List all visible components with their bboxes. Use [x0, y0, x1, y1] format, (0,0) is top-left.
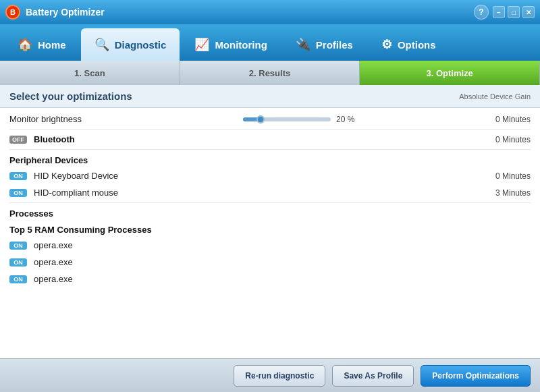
nav-tabs: 🏠 Home 🔍 Diagnostic 📈 Monitoring 🔌 Profi…: [0, 24, 540, 61]
rerun-diagnostic-button[interactable]: Re-run diagnostic: [234, 365, 325, 387]
opera1-label: opera.exe: [34, 240, 531, 250]
top5-ram-header: Top 5 RAM Consuming Processes: [0, 221, 540, 237]
list-item: ON opera.exe: [0, 237, 540, 254]
save-as-profile-button[interactable]: Save As Profile: [332, 365, 414, 387]
options-icon: ⚙: [381, 37, 392, 52]
hid-keyboard-gain: 0 Minutes: [477, 171, 531, 181]
peripheral-devices-header: Peripheral Devices: [0, 151, 540, 167]
slider-thumb: [256, 115, 265, 123]
step-results[interactable]: 2. Results: [180, 61, 360, 85]
maximize-button[interactable]: □: [508, 6, 520, 18]
top5-ram-label: Top 5 RAM Consuming Processes: [9, 225, 531, 235]
tab-home-label: Home: [38, 39, 66, 51]
tab-monitoring-label: Monitoring: [215, 39, 267, 51]
tab-diagnostic-label: Diagnostic: [115, 39, 167, 51]
tab-options-label: Options: [398, 39, 436, 51]
monitor-brightness-label: Monitor brightness: [9, 114, 236, 124]
app-title: Battery Optimizer: [26, 7, 474, 18]
divider: [9, 202, 531, 203]
list-item: Monitor brightness 20 % 0 Minutes: [0, 111, 540, 128]
step-optimize[interactable]: 3. Optimize: [360, 61, 540, 85]
bluetooth-gain: 0 Minutes: [477, 135, 531, 144]
slider-value: 20 %: [336, 115, 360, 124]
step-optimize-label: 3. Optimize: [427, 68, 473, 78]
brightness-slider[interactable]: 20 %: [243, 115, 470, 124]
opera3-label: opera.exe: [34, 274, 531, 284]
content-header: Select your optimizations Absolute Devic…: [0, 85, 540, 108]
tab-diagnostic[interactable]: 🔍 Diagnostic: [81, 28, 180, 61]
step-scan[interactable]: 1. Scan: [0, 61, 180, 85]
perform-optimizations-button[interactable]: Perform Optimizations: [421, 365, 531, 387]
tab-profiles-label: Profiles: [316, 39, 353, 51]
title-bar: B Battery Optimizer ? − □ ✕: [0, 0, 540, 24]
step-results-label: 2. Results: [249, 68, 290, 78]
bluetooth-toggle[interactable]: OFF: [9, 136, 27, 144]
step-tabs: 1. Scan 2. Results 3. Optimize: [0, 61, 540, 85]
step-scan-label: 1. Scan: [74, 68, 105, 78]
processes-label: Processes: [9, 208, 531, 219]
help-button[interactable]: ?: [474, 5, 489, 20]
list-item: ON opera.exe: [0, 271, 540, 287]
main-content: Select your optimizations Absolute Devic…: [0, 85, 540, 358]
opera2-label: opera.exe: [34, 257, 531, 267]
opera1-toggle[interactable]: ON: [9, 242, 27, 250]
opera2-toggle[interactable]: ON: [9, 258, 27, 267]
tab-options[interactable]: ⚙ Options: [368, 28, 450, 61]
processes-header: Processes: [0, 204, 540, 221]
hid-keyboard-label: HID Keyboard Device: [34, 171, 470, 181]
close-button[interactable]: ✕: [522, 6, 535, 18]
tab-profiles[interactable]: 🔌 Profiles: [282, 28, 367, 61]
hid-keyboard-toggle[interactable]: ON: [9, 172, 27, 180]
list-item: OFF Bluetooth 0 Minutes: [0, 131, 540, 148]
monitoring-icon: 📈: [194, 37, 209, 52]
tab-monitoring[interactable]: 📈 Monitoring: [181, 28, 280, 61]
profiles-icon: 🔌: [296, 37, 310, 52]
gain-label: Absolute Device Gain: [459, 92, 531, 101]
content-title: Select your optimizations: [9, 90, 132, 102]
hid-mouse-label: HID-compliant mouse: [34, 188, 470, 198]
items-list[interactable]: Monitor brightness 20 % 0 Minutes OFF Bl…: [0, 108, 540, 358]
list-item: ON HID Keyboard Device 0 Minutes: [0, 167, 540, 184]
tab-home[interactable]: 🏠 Home: [4, 28, 80, 61]
hid-mouse-toggle[interactable]: ON: [9, 189, 27, 197]
list-item: ON opera.exe: [0, 254, 540, 271]
bluetooth-label: Bluetooth: [34, 134, 470, 144]
home-icon: 🏠: [18, 37, 32, 52]
window-controls: − □ ✕: [493, 6, 535, 18]
peripheral-devices-label: Peripheral Devices: [9, 155, 531, 165]
bottom-bar: Re-run diagnostic Save As Profile Perfor…: [0, 358, 540, 392]
opera3-toggle[interactable]: ON: [9, 275, 27, 283]
diagnostic-icon: 🔍: [94, 37, 109, 52]
hid-mouse-gain: 3 Minutes: [477, 188, 531, 198]
minimize-button[interactable]: −: [493, 6, 505, 18]
monitor-gain: 0 Minutes: [477, 115, 531, 124]
app-logo: B: [5, 5, 20, 20]
slider-track: [243, 117, 331, 121]
divider: [9, 149, 531, 150]
list-item: ON HID-compliant mouse 3 Minutes: [0, 184, 540, 201]
divider: [9, 129, 531, 130]
